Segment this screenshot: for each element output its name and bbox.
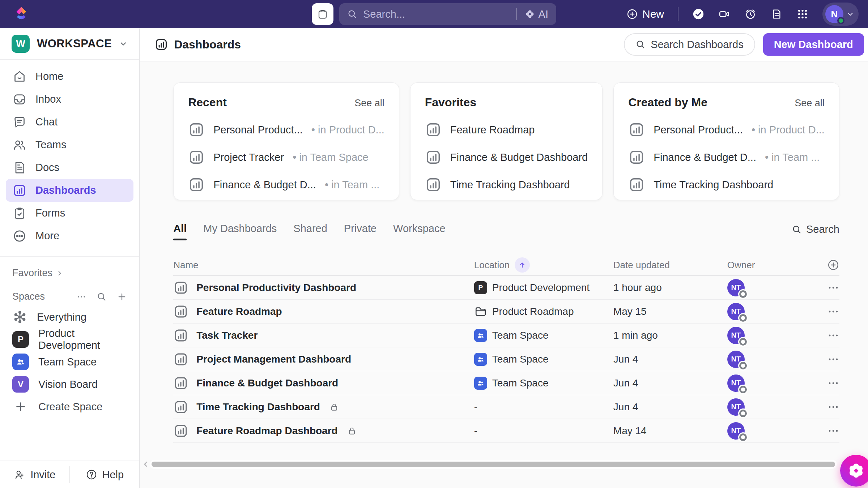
sidebar-item-chat[interactable]: Chat (6, 111, 133, 133)
row-menu-button[interactable] (818, 353, 839, 365)
table-row[interactable]: Task Tracker Team Space 1 min ago NT (173, 324, 839, 347)
dashboard-icon (173, 328, 188, 343)
dashboard-icon (173, 304, 188, 319)
sidebar-space-everything[interactable]: Everything (0, 306, 139, 328)
invite-button[interactable]: Invite (0, 461, 69, 488)
tab-private[interactable]: Private (344, 223, 376, 240)
column-header-location[interactable]: Location (474, 260, 510, 271)
dashboard-name: Finance & Budget Dashboard (196, 377, 338, 389)
sidebar-item-home[interactable]: Home (6, 65, 133, 88)
tab-shared[interactable]: Shared (293, 223, 327, 240)
table-search-button[interactable]: Search (792, 223, 839, 240)
row-menu-button[interactable] (818, 377, 839, 389)
owner-status-ring (739, 433, 747, 441)
sidebar-item-teams[interactable]: Teams (6, 133, 133, 156)
new-button[interactable]: New (626, 8, 664, 20)
list-item[interactable]: Personal Product... • in Product D... (628, 121, 825, 138)
sort-ascending-button[interactable] (515, 257, 530, 273)
invite-label: Invite (30, 469, 55, 481)
owner-status-ring (739, 410, 747, 417)
calendar-button[interactable] (312, 3, 333, 25)
dashboard-name: Task Tracker (196, 330, 258, 341)
new-label: New (642, 8, 664, 20)
tasks-button[interactable] (692, 8, 705, 20)
row-menu-button[interactable] (818, 329, 839, 342)
sidebar-item-inbox[interactable]: Inbox (6, 88, 133, 111)
document-icon (771, 8, 782, 20)
list-item[interactable]: Feature Roadmap (425, 121, 588, 138)
table-row[interactable]: Feature Roadmap Dashboard - May 14 NT (173, 419, 839, 443)
item-location: • in Product D... (311, 124, 384, 136)
item-name: Feature Roadmap (450, 124, 535, 136)
ellipsis-icon (827, 401, 839, 413)
card-title: Recent (188, 96, 227, 109)
owner-avatar: NT (727, 422, 745, 440)
sidebar-item-dashboards[interactable]: Dashboards (6, 179, 133, 202)
workspace-switcher[interactable]: W WORKSPACE (0, 28, 139, 60)
tab-workspace[interactable]: Workspace (393, 223, 446, 240)
column-header-name[interactable]: Name (173, 260, 474, 271)
plus-icon[interactable] (117, 292, 127, 302)
scrollbar-thumb[interactable] (152, 462, 835, 467)
item-location: • in Team ... (765, 151, 820, 163)
see-all-link[interactable]: See all (795, 98, 825, 109)
people-icon (477, 331, 485, 339)
list-item[interactable]: Finance & Budget Dashboard (425, 149, 588, 166)
row-menu-button[interactable] (818, 305, 839, 318)
table-row[interactable]: Project Management Dashboard Team Space … (173, 347, 839, 371)
favorites-label: Favorites (12, 267, 52, 279)
search-dashboards-button[interactable]: Search Dashboards (624, 33, 755, 56)
dashboards-icon (154, 38, 168, 51)
sidebar-item-forms[interactable]: Forms (6, 202, 133, 224)
search-dashboards-label: Search Dashboards (651, 39, 743, 51)
teams-icon (12, 138, 27, 152)
list-item[interactable]: Time Tracking Dashboard (628, 176, 825, 193)
row-menu-button[interactable] (818, 401, 839, 413)
scroll-left-icon[interactable] (142, 461, 149, 468)
sidebar-space-team-space[interactable]: Team Space (0, 351, 139, 373)
table-row[interactable]: Personal Productivity Dashboard P Produc… (173, 276, 839, 300)
date-updated: 1 hour ago (613, 282, 727, 294)
sidebar-space-vision-board[interactable]: V Vision Board (0, 373, 139, 395)
sidebar-item-docs[interactable]: Docs (6, 156, 133, 179)
new-dashboard-button[interactable]: New Dashboard (763, 33, 864, 56)
sidebar-space-product-development[interactable]: P Product Development (0, 328, 139, 351)
reminders-button[interactable] (744, 8, 757, 20)
tab-my-dashboards[interactable]: My Dashboards (203, 223, 277, 240)
table-row[interactable]: Feature Roadmap Product Roadmap May 15 N… (173, 300, 839, 324)
tab-all[interactable]: All (173, 223, 187, 240)
ellipsis-icon[interactable] (76, 292, 86, 302)
list-item[interactable]: Time Tracking Dashboard (425, 176, 588, 193)
arrow-up-icon (518, 261, 526, 269)
ai-button[interactable]: AI (516, 8, 548, 20)
add-column-button[interactable] (818, 259, 839, 271)
column-header-owner[interactable]: Owner (727, 260, 818, 271)
date-updated: Jun 4 (613, 377, 727, 389)
table-row[interactable]: Time Tracking Dashboard - Jun 4 NT (173, 395, 839, 419)
row-menu-button[interactable] (818, 282, 839, 294)
table-row[interactable]: Finance & Budget Dashboard Team Space Ju… (173, 371, 839, 395)
see-all-link[interactable]: See all (354, 98, 384, 109)
notepad-button[interactable] (770, 8, 783, 20)
list-item[interactable]: Personal Product... • in Product D... (188, 121, 384, 138)
ai-flower-icon (848, 462, 864, 479)
search-icon[interactable] (97, 292, 107, 302)
apps-button[interactable] (796, 8, 809, 20)
dashboard-icon (425, 149, 442, 166)
help-icon (86, 469, 97, 480)
create-space-button[interactable]: Create Space (0, 395, 139, 418)
list-item[interactable]: Finance & Budget D... • in Team ... (188, 176, 384, 193)
row-menu-button[interactable] (818, 425, 839, 437)
user-menu[interactable]: N (822, 3, 859, 26)
ai-fab-button[interactable] (840, 455, 868, 487)
sidebar-item-more[interactable]: More (6, 224, 133, 247)
list-item[interactable]: Finance & Budget D... • in Team ... (628, 149, 825, 166)
column-header-date-updated[interactable]: Date updated (613, 260, 727, 271)
location-name: Team Space (492, 354, 549, 365)
record-button[interactable] (718, 8, 731, 20)
clickup-logo-icon[interactable] (13, 5, 30, 23)
search-input[interactable] (363, 8, 513, 20)
list-item[interactable]: Project Tracker • in Team Space (188, 149, 384, 166)
favorites-section-toggle[interactable]: Favorites (0, 257, 139, 281)
help-button[interactable]: Help (70, 461, 140, 488)
